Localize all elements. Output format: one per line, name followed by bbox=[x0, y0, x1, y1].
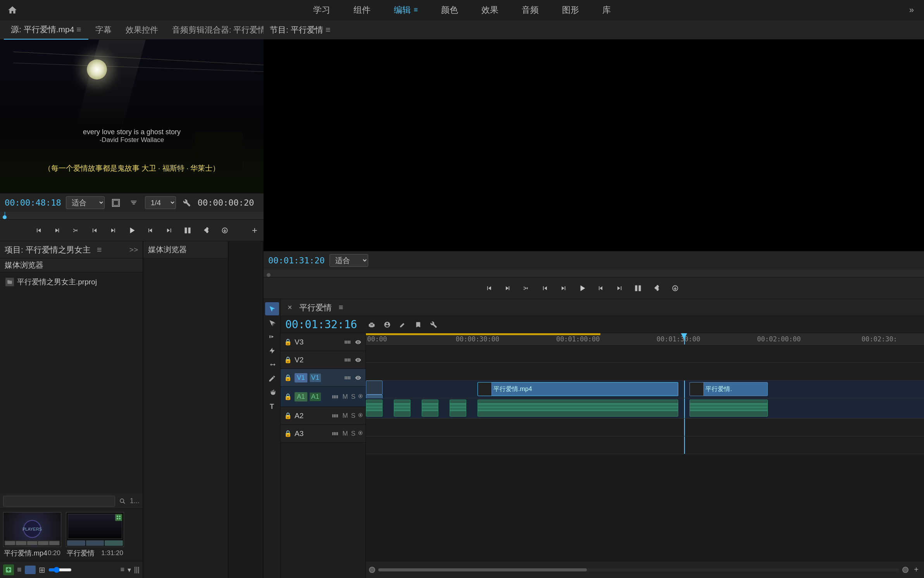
source-mark-in-btn[interactable] bbox=[30, 223, 47, 238]
source-tab-main[interactable]: 源: 平行爱情.mp4 ≡ bbox=[4, 20, 88, 40]
list-view-btn[interactable]: ≡ bbox=[17, 565, 22, 574]
bin-view-btn[interactable]: ⊞ bbox=[39, 565, 45, 575]
track-a3-record-btn[interactable] bbox=[358, 430, 363, 437]
source-safe-margins-btn[interactable] bbox=[109, 197, 122, 209]
source-tab-menu-icon[interactable]: ≡ bbox=[76, 25, 81, 34]
timeline-menu-icon[interactable]: ≡ bbox=[339, 303, 343, 312]
track-a3-toggle-btn[interactable] bbox=[330, 429, 340, 438]
track-v3-lock-btn[interactable]: 🔒 bbox=[283, 338, 293, 346]
source-tab-audio-mixer[interactable]: 音频剪辑混合器: 平行爱情 bbox=[165, 20, 273, 40]
audio-clip-a1-4[interactable] bbox=[450, 400, 466, 417]
project-search-input[interactable] bbox=[3, 496, 115, 507]
program-export-frame-btn[interactable] bbox=[667, 280, 684, 296]
track-v3-eye-btn[interactable] bbox=[353, 338, 363, 346]
tl-snap-btn[interactable] bbox=[365, 318, 379, 331]
track-v1-lock-btn[interactable]: 🔒 bbox=[283, 374, 293, 382]
program-extract-btn[interactable] bbox=[648, 280, 665, 296]
tl-tool-select[interactable] bbox=[265, 302, 279, 315]
tl-tool-slip[interactable] bbox=[265, 358, 279, 371]
track-a3-mute-btn[interactable]: M bbox=[341, 430, 348, 438]
program-lift-btn[interactable] bbox=[629, 280, 646, 296]
new-item-btn[interactable] bbox=[3, 564, 14, 575]
track-v1-eye-btn[interactable] bbox=[353, 374, 363, 382]
source-overwrite-btn[interactable] bbox=[198, 223, 215, 238]
project-menu-icon[interactable]: ≡ bbox=[97, 245, 102, 255]
tl-tool-track[interactable] bbox=[265, 316, 279, 329]
track-a2-record-btn[interactable] bbox=[358, 412, 363, 419]
home-button[interactable] bbox=[4, 2, 21, 19]
source-add-btn[interactable]: + bbox=[252, 225, 257, 236]
track-v1-toggle-btn[interactable] bbox=[342, 374, 352, 382]
source-mark-clip-btn[interactable] bbox=[67, 223, 84, 238]
timeline-close-btn[interactable]: × bbox=[285, 303, 295, 312]
audio-clip-a1-second[interactable] bbox=[690, 400, 768, 417]
tl-tool-text[interactable]: T bbox=[265, 400, 279, 413]
project-expand-btn[interactable]: >> bbox=[129, 246, 138, 254]
zoom-slider[interactable] bbox=[48, 567, 72, 573]
clip-v1-second[interactable]: 平行爱情. bbox=[690, 382, 768, 396]
program-menu-icon[interactable]: ≡ bbox=[326, 25, 331, 35]
metadata-view-btn[interactable]: ||| bbox=[134, 566, 140, 574]
nav-color[interactable]: 颜色 bbox=[429, 0, 470, 20]
nav-more-button[interactable]: » bbox=[903, 5, 920, 15]
audio-clip-a1-main[interactable] bbox=[478, 400, 678, 417]
tl-timeline-display-btn[interactable] bbox=[380, 318, 394, 331]
nav-library[interactable]: 库 bbox=[591, 0, 622, 20]
source-mark-out-btn[interactable] bbox=[49, 223, 66, 238]
program-step-back-btn[interactable] bbox=[555, 280, 572, 296]
source-step-back-btn[interactable] bbox=[105, 223, 122, 238]
tl-tool-pen[interactable] bbox=[265, 372, 279, 385]
sort-btn[interactable]: ≡ bbox=[120, 566, 124, 574]
track-v2-lock-btn[interactable]: 🔒 bbox=[283, 356, 293, 364]
source-wrench-btn[interactable] bbox=[181, 197, 193, 208]
program-mark-clip-btn[interactable] bbox=[518, 280, 535, 296]
track-a2-mute-btn[interactable]: M bbox=[341, 412, 348, 420]
thumb-item-mp4[interactable]: PLAYERS bbox=[3, 512, 61, 558]
track-a1-mute-btn[interactable]: M bbox=[341, 393, 348, 401]
tl-mark-btn[interactable] bbox=[411, 318, 425, 331]
tl-edit-tool[interactable] bbox=[396, 318, 410, 331]
nav-edit[interactable]: 编辑 ≡ bbox=[382, 0, 430, 20]
source-fraction-select[interactable]: 1/4 1/2 Full bbox=[145, 196, 176, 209]
nav-graphics[interactable]: 图形 bbox=[550, 0, 591, 20]
source-export-btn[interactable] bbox=[216, 223, 233, 238]
program-mark-out-btn[interactable] bbox=[499, 280, 516, 296]
track-a1-record-btn[interactable] bbox=[358, 393, 363, 400]
thumb-item-seq[interactable]: 平行爱情 1:31:20 bbox=[66, 512, 124, 558]
tl-scroll-bar[interactable] bbox=[378, 568, 899, 571]
timeline-add-track-btn[interactable]: + bbox=[912, 565, 921, 574]
audio-clip-a1-1[interactable] bbox=[366, 400, 383, 417]
program-go-next-btn[interactable] bbox=[611, 280, 628, 296]
track-v2-toggle-btn[interactable] bbox=[342, 356, 352, 364]
source-step-fwd-btn[interactable] bbox=[142, 223, 159, 238]
audio-clip-a1-3[interactable] bbox=[422, 400, 438, 417]
source-tab-effects[interactable]: 效果控件 bbox=[119, 20, 165, 40]
program-mark-in-btn[interactable] bbox=[481, 280, 498, 296]
nav-components[interactable]: 组件 bbox=[342, 0, 382, 20]
icon-view-btn[interactable] bbox=[25, 566, 36, 574]
track-v2-eye-btn[interactable] bbox=[353, 356, 363, 364]
track-a2-solo-btn[interactable]: S bbox=[350, 412, 356, 420]
audio-clip-a1-2[interactable] bbox=[394, 400, 410, 417]
track-a3-lock-btn[interactable]: 🔒 bbox=[283, 429, 293, 438]
program-fit-select[interactable]: 适合 bbox=[329, 254, 368, 267]
media-browser-tab[interactable]: 媒体浏览器 bbox=[5, 260, 43, 270]
nav-learn[interactable]: 学习 bbox=[302, 0, 342, 20]
source-insert-btn[interactable] bbox=[179, 223, 196, 238]
nav-audio[interactable]: 音频 bbox=[510, 0, 550, 20]
nav-effects[interactable]: 效果 bbox=[470, 0, 510, 20]
source-fit-select[interactable]: 适合 bbox=[66, 196, 105, 209]
program-play-btn[interactable] bbox=[574, 280, 591, 296]
tl-tool-hand[interactable] bbox=[265, 386, 279, 399]
track-a2-lock-btn[interactable]: 🔒 bbox=[283, 412, 293, 420]
source-tab-captions[interactable]: 字幕 bbox=[88, 20, 119, 40]
tl-tool-rate[interactable] bbox=[265, 344, 279, 357]
track-a1-solo-btn[interactable]: S bbox=[350, 393, 356, 401]
clip-v1-main[interactable]: 平行爱情.mp4 bbox=[478, 382, 678, 396]
project-search-icon[interactable] bbox=[117, 496, 128, 506]
track-a1-toggle-btn[interactable] bbox=[330, 393, 340, 401]
tl-tool-ripple[interactable] bbox=[265, 330, 279, 343]
clip-v1-1[interactable] bbox=[366, 381, 383, 395]
program-step-fwd-btn[interactable] bbox=[592, 280, 609, 296]
sort-arrow-btn[interactable]: ▾ bbox=[128, 566, 131, 574]
